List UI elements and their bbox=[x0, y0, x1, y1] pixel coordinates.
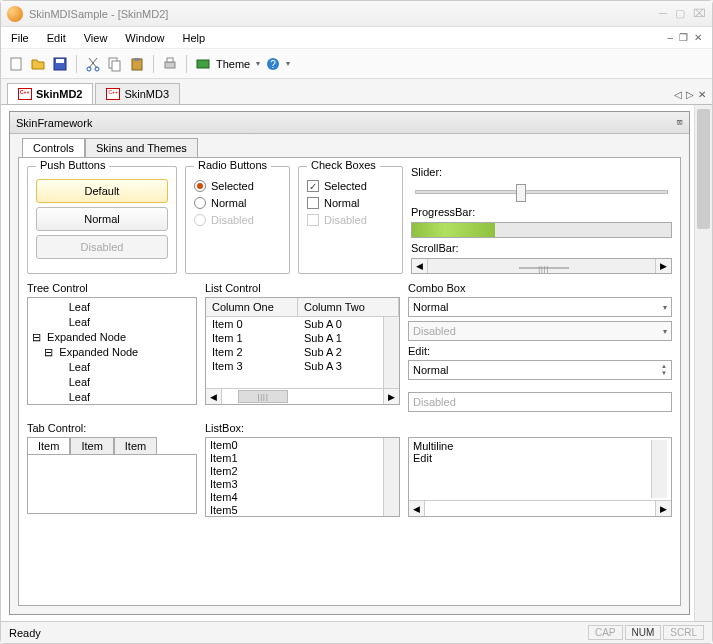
checkbox-icon bbox=[307, 197, 319, 209]
doc-icon bbox=[106, 88, 120, 100]
tree-item[interactable]: ⊟ Expanded Node bbox=[28, 345, 196, 360]
menu-window[interactable]: Window bbox=[125, 32, 164, 44]
mdi-close-icon[interactable]: ✕ bbox=[694, 32, 702, 43]
check-boxes-group: Check Boxes Selected Normal Disabled bbox=[298, 166, 403, 274]
check-normal[interactable]: Normal bbox=[307, 197, 394, 209]
list-header-col2[interactable]: Column Two bbox=[298, 298, 399, 316]
multiline-edit[interactable]: Multiline Edit ◀ ▶ bbox=[408, 437, 672, 517]
slider-thumb-icon[interactable] bbox=[516, 184, 526, 202]
scroll-right-icon[interactable]: ▶ bbox=[655, 501, 671, 516]
tabctrl-tab[interactable]: Item bbox=[114, 437, 157, 454]
progress-bar bbox=[411, 222, 672, 238]
chevron-down-icon[interactable]: ▾ bbox=[663, 303, 667, 312]
paste-icon[interactable] bbox=[128, 55, 146, 73]
open-folder-icon[interactable] bbox=[29, 55, 47, 73]
tree-item[interactable]: Leaf bbox=[28, 315, 196, 330]
menu-view[interactable]: View bbox=[84, 32, 108, 44]
close-icon[interactable]: ⌧ bbox=[693, 7, 706, 20]
minimize-icon[interactable]: ─ bbox=[659, 7, 667, 20]
listbox[interactable]: Item0 Item1 Item2 Item3 Item4 Item5 bbox=[205, 437, 400, 517]
normal-button[interactable]: Normal bbox=[36, 207, 168, 231]
progress-label: ProgressBar: bbox=[411, 206, 672, 218]
listbox-item[interactable]: Item1 bbox=[210, 452, 379, 465]
controls-panel: Push Buttons Default Normal Disabled Rad… bbox=[18, 157, 681, 606]
tabctrl-tab[interactable]: Item bbox=[27, 437, 70, 454]
scroll-left-icon[interactable]: ◀ bbox=[206, 389, 222, 404]
svg-rect-9 bbox=[165, 62, 175, 68]
tab-controls[interactable]: Controls bbox=[22, 138, 85, 157]
menu-help[interactable]: Help bbox=[182, 32, 205, 44]
multi-vscroll[interactable] bbox=[651, 440, 667, 498]
listbox-item[interactable]: Item3 bbox=[210, 478, 379, 491]
list-header-col1[interactable]: Column One bbox=[206, 298, 298, 316]
tab-close-icon[interactable]: ✕ bbox=[698, 89, 706, 100]
help-icon[interactable]: ? bbox=[264, 55, 282, 73]
toolbar: Theme ▾ ? ▾ bbox=[1, 49, 712, 79]
scroll-thumb-icon[interactable] bbox=[697, 109, 710, 229]
status-cap: CAP bbox=[588, 625, 623, 640]
save-icon[interactable] bbox=[51, 55, 69, 73]
scroll-right-icon[interactable]: ▶ bbox=[383, 389, 399, 404]
list-label: List Control bbox=[205, 282, 400, 294]
listbox-item[interactable]: Item5 bbox=[210, 504, 379, 516]
scroll-left-icon[interactable]: ◀ bbox=[412, 259, 428, 273]
scroll-right-icon[interactable]: ▶ bbox=[655, 259, 671, 273]
doc-tab-skinmd3[interactable]: SkinMD3 bbox=[95, 83, 180, 104]
print-icon[interactable] bbox=[161, 55, 179, 73]
radio-legend: Radio Buttons bbox=[194, 159, 271, 171]
listbox-item[interactable]: Item2 bbox=[210, 465, 379, 478]
list-row: Item 0Sub A 0 bbox=[206, 317, 383, 331]
tree-item[interactable]: Leaf bbox=[28, 375, 196, 390]
scroll-left-icon[interactable]: ◀ bbox=[409, 501, 425, 516]
theme-icon[interactable] bbox=[194, 55, 212, 73]
menubar: File Edit View Window Help – ❐ ✕ bbox=[1, 27, 712, 49]
cut-icon[interactable] bbox=[84, 55, 102, 73]
list-control[interactable]: Column One Column Two Item 0Sub A 0 Item… bbox=[205, 297, 400, 405]
listbox-item[interactable]: Item0 bbox=[210, 439, 379, 452]
tree-item[interactable]: Leaf bbox=[28, 300, 196, 315]
help-dropdown-arrow-icon[interactable]: ▾ bbox=[286, 59, 290, 68]
radio-selected[interactable]: Selected bbox=[194, 180, 281, 192]
listbox-item[interactable]: Item4 bbox=[210, 491, 379, 504]
listbox-vscroll[interactable] bbox=[383, 438, 399, 516]
child-close-icon[interactable]: ⌧ bbox=[676, 116, 683, 129]
maximize-icon[interactable]: ▢ bbox=[675, 7, 685, 20]
combo-normal[interactable]: Normal▾ bbox=[408, 297, 672, 317]
theme-dropdown-label[interactable]: Theme bbox=[216, 58, 250, 70]
radio-normal[interactable]: Normal bbox=[194, 197, 281, 209]
edit-normal[interactable]: Normal▲▼ bbox=[408, 360, 672, 380]
svg-rect-10 bbox=[167, 58, 173, 62]
default-button[interactable]: Default bbox=[36, 179, 168, 203]
list-vscroll[interactable] bbox=[383, 317, 399, 388]
doc-icon bbox=[18, 88, 32, 100]
tab-next-icon[interactable]: ▷ bbox=[686, 89, 694, 100]
scroll-thumb-icon[interactable]: |||| bbox=[238, 390, 288, 403]
list-row: Item 2Sub A 2 bbox=[206, 345, 383, 359]
menu-edit[interactable]: Edit bbox=[47, 32, 66, 44]
combo-disabled: Disabled▾ bbox=[408, 321, 672, 341]
mdi-minimize-icon[interactable]: – bbox=[667, 32, 673, 43]
tree-item[interactable]: ⊟ Expanded Node bbox=[28, 330, 196, 345]
tab-skins-themes[interactable]: Skins and Themes bbox=[85, 138, 198, 157]
list-row: Item 1Sub A 1 bbox=[206, 331, 383, 345]
theme-dropdown-arrow-icon[interactable]: ▾ bbox=[256, 59, 260, 68]
multiline-spacer bbox=[408, 422, 672, 434]
client-vscroll[interactable] bbox=[694, 105, 712, 621]
copy-icon[interactable] bbox=[106, 55, 124, 73]
tab-prev-icon[interactable]: ◁ bbox=[674, 89, 682, 100]
edit-label: Edit: bbox=[408, 345, 672, 357]
slider[interactable] bbox=[415, 190, 668, 194]
mdi-restore-icon[interactable]: ❐ bbox=[679, 32, 688, 43]
new-file-icon[interactable] bbox=[7, 55, 25, 73]
scroll-thumb-icon[interactable]: |||| bbox=[519, 267, 569, 269]
tree-item[interactable]: Leaf bbox=[28, 390, 196, 405]
status-ready: Ready bbox=[9, 627, 41, 639]
tree-item[interactable]: Leaf bbox=[28, 360, 196, 375]
tabctrl-tab[interactable]: Item bbox=[70, 437, 113, 454]
check-selected[interactable]: Selected bbox=[307, 180, 394, 192]
menu-file[interactable]: File bbox=[11, 32, 29, 44]
spin-icon[interactable]: ▲▼ bbox=[661, 363, 667, 377]
tree-control[interactable]: Leaf Leaf ⊟ Expanded Node ⊟ Expanded Nod… bbox=[27, 297, 197, 405]
scrollbar[interactable]: ◀ |||| ▶ bbox=[411, 258, 672, 274]
doc-tab-skinmd2[interactable]: SkinMD2 bbox=[7, 83, 93, 104]
